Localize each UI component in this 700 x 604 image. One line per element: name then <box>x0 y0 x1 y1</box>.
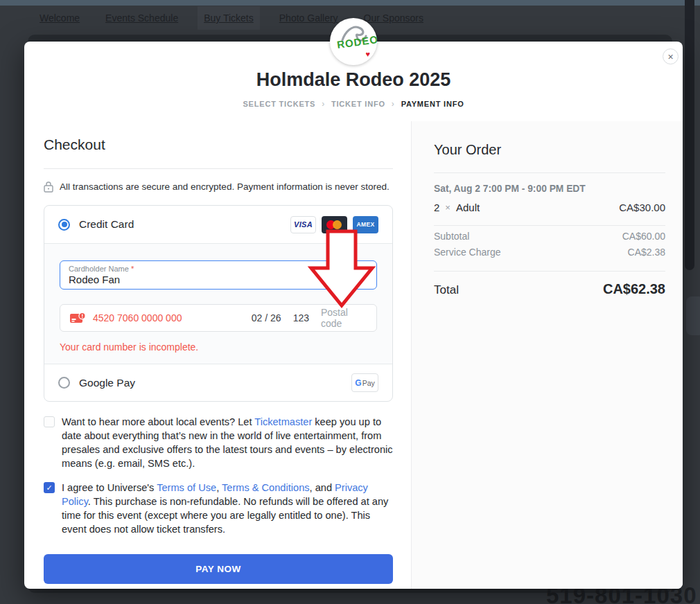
security-note: All transactions are secure and encrypte… <box>44 181 393 193</box>
step-ticket-info: TICKET INFO <box>331 100 385 108</box>
service-charge-label: Service Charge <box>434 247 501 258</box>
terms-agreement-row: ✓ I agree to Universe's Terms of Use, Te… <box>44 481 393 536</box>
browser-top-strip <box>0 0 700 6</box>
google-pay-label: Google Pay <box>79 377 135 389</box>
order-summary-panel: Your Order Sat, Aug 2 7:00 PM - 9:00 PM … <box>411 121 683 589</box>
cardholder-name-label: Cardholder Name * <box>69 265 368 273</box>
chevron-right-icon: › <box>392 99 395 109</box>
event-title: Holmdale Rodeo 2025 <box>24 69 683 91</box>
step-payment-info: PAYMENT INFO <box>401 100 464 108</box>
multiply-icon: × <box>445 202 450 213</box>
event-logo: RODEO ♥ <box>330 18 377 65</box>
subtotal-label: Subtotal <box>434 231 469 242</box>
visa-icon: VISA <box>290 216 316 233</box>
security-text: All transactions are secure and encrypte… <box>60 181 390 192</box>
amex-icon: AMEX <box>353 216 378 233</box>
nav-photo-gallery[interactable]: Photo Gallery <box>273 6 344 30</box>
marketing-checkbox[interactable] <box>44 416 55 427</box>
required-asterisk: * <box>131 265 134 273</box>
checkout-heading: Checkout <box>44 136 393 153</box>
credit-card-radio[interactable] <box>58 219 70 231</box>
card-brand-badges: VISA AMEX <box>290 216 378 233</box>
page-root: Welcome Events Schedule Buy Tickets Phot… <box>0 0 700 604</box>
nav-events-schedule[interactable]: Events Schedule <box>99 6 184 30</box>
postal-code-input[interactable]: Postal code <box>321 307 367 329</box>
card-expiry-value[interactable]: 02 / 26 <box>252 312 281 323</box>
heart-icon: ♥ <box>365 50 370 58</box>
google-pay-option[interactable]: Google Pay GPay <box>44 364 392 401</box>
divider <box>434 225 665 226</box>
order-heading: Your Order <box>434 121 665 158</box>
step-select-tickets: SELECT TICKETS <box>243 100 315 108</box>
terms-text: I agree to Universe's Terms of Use, Term… <box>62 481 393 536</box>
divider <box>434 271 665 272</box>
total-value: CA$62.38 <box>603 281 665 297</box>
card-number-value[interactable]: 4520 7060 0000 000 <box>93 312 252 323</box>
subtotal-row: Subtotal CA$60.00 <box>434 231 665 242</box>
terms-conditions-link[interactable]: Terms & Conditions <box>222 482 310 493</box>
service-charge-value: CA$2.38 <box>628 247 665 258</box>
cardholder-name-value: Rodeo Fan <box>69 274 368 285</box>
subtotal-value: CA$60.00 <box>622 231 665 242</box>
close-icon[interactable]: × <box>663 48 679 64</box>
total-row: Total CA$62.38 <box>434 281 665 297</box>
lock-icon <box>44 181 53 193</box>
card-error-icon <box>70 312 86 324</box>
card-number-field[interactable]: 4520 7060 0000 000 02 / 26 123 Postal co… <box>60 304 377 332</box>
ticket-price: CA$30.00 <box>619 202 665 213</box>
checkout-modal: × RODEO ♥ Holmdale Rodeo 2025 SELECT TIC… <box>24 42 683 589</box>
terms-of-use-link[interactable]: Terms of Use <box>157 482 216 493</box>
terms-checkbox[interactable]: ✓ <box>44 482 55 493</box>
chevron-right-icon: › <box>322 99 325 109</box>
checkout-steps: SELECT TICKETS › TICKET INFO › PAYMENT I… <box>24 99 683 109</box>
marketing-text: Want to hear more about local events? Le… <box>62 415 393 470</box>
marketing-optin-row: Want to hear more about local events? Le… <box>44 415 393 470</box>
nav-welcome[interactable]: Welcome <box>33 6 86 30</box>
card-fields-section: Cardholder Name * Rodeo Fan 4520 7060 <box>44 243 392 364</box>
gpay-icon: GPay <box>351 373 378 392</box>
credit-card-option[interactable]: Credit Card VISA AMEX <box>44 206 392 243</box>
payment-methods-box: Credit Card VISA AMEX Cardholder Name * … <box>44 205 393 402</box>
ticket-qty: 2 <box>434 202 439 213</box>
ticket-name: Adult <box>456 202 480 213</box>
nav-buy-tickets[interactable]: Buy Tickets <box>198 6 260 30</box>
event-datetime: Sat, Aug 2 7:00 PM - 9:00 PM EDT <box>434 184 665 194</box>
background-widget-fragment <box>686 296 700 335</box>
divider <box>44 168 393 169</box>
pay-now-button[interactable]: PAY NOW <box>44 554 393 584</box>
mastercard-icon <box>322 216 347 233</box>
ticketmaster-link[interactable]: Ticketmaster <box>254 416 312 427</box>
order-line-item: 2 × Adult CA$30.00 <box>434 202 665 213</box>
total-label: Total <box>434 283 459 297</box>
credit-card-label: Credit Card <box>79 218 134 231</box>
checkout-column: Checkout All transactions are secure and… <box>44 121 393 584</box>
service-charge-row: Service Charge CA$2.38 <box>434 247 665 258</box>
google-pay-radio[interactable] <box>58 377 70 389</box>
card-error-message: Your card number is incomplete. <box>60 341 377 353</box>
cardholder-name-field[interactable]: Cardholder Name * Rodeo Fan <box>60 260 377 290</box>
divider <box>434 172 665 173</box>
background-scroll-strip <box>685 0 694 270</box>
card-cvc-value[interactable]: 123 <box>293 312 309 323</box>
